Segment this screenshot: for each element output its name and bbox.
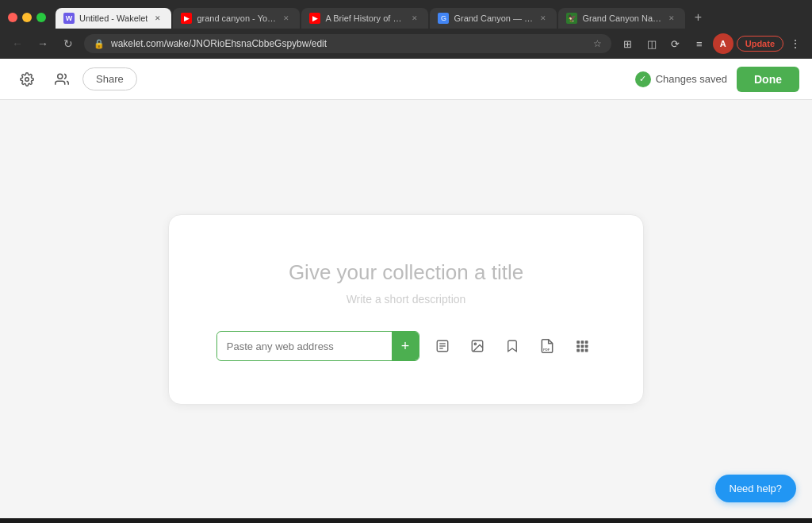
- svg-point-7: [475, 343, 477, 344]
- svg-rect-16: [581, 349, 584, 352]
- collaborator-button[interactable]: [48, 65, 76, 94]
- maximize-window-button[interactable]: [36, 13, 46, 22]
- address-bar: ← → ↻ 🔒 wakelet.com/wake/JNORioEhsnaCbbe…: [0, 29, 812, 59]
- app-toolbar-left: Share: [13, 65, 629, 94]
- tab-google[interactable]: G Grand Canyon — Google A... ✕: [430, 8, 557, 29]
- forward-button[interactable]: →: [33, 34, 52, 53]
- back-button[interactable]: ←: [8, 34, 27, 53]
- svg-rect-10: [581, 340, 584, 344]
- nps-favicon: 🦅: [566, 13, 577, 24]
- tab-youtube2-close[interactable]: ✕: [409, 13, 420, 24]
- image-content-icon: [470, 339, 485, 353]
- url-input[interactable]: [217, 334, 392, 359]
- collection-description-input[interactable]: Write a short description: [347, 293, 466, 306]
- settings-icon[interactable]: ≡: [689, 33, 710, 54]
- tab-wakelet-close[interactable]: ✕: [152, 13, 163, 24]
- browser-menu-button[interactable]: ⋮: [787, 36, 804, 52]
- tab-bar: W Untitled - Wakelet ✕ ▶ grand canyon - …: [56, 6, 804, 29]
- svg-rect-17: [585, 349, 588, 352]
- tab-youtube2-label: A Brief History of Grand C...: [325, 13, 404, 23]
- tab-youtube1[interactable]: ▶ grand canyon - YouTube ✕: [173, 8, 300, 29]
- tab-nps-close[interactable]: ✕: [666, 13, 677, 24]
- google-favicon: G: [438, 13, 449, 24]
- changes-saved-label: Changes saved: [656, 73, 727, 85]
- url-bar[interactable]: 🔒 wakelet.com/wake/JNORioEhsnaCbbeGspybw…: [84, 34, 611, 53]
- tab-nps[interactable]: 🦅 Grand Canyon National Pa... ✕: [558, 8, 685, 29]
- new-tab-button[interactable]: +: [687, 6, 709, 29]
- tab-google-close[interactable]: ✕: [538, 13, 549, 24]
- minimize-window-button[interactable]: [22, 13, 32, 22]
- tab-wakelet[interactable]: W Untitled - Wakelet ✕: [56, 8, 171, 29]
- svg-rect-15: [577, 349, 580, 352]
- svg-rect-13: [581, 345, 584, 348]
- app-toolbar: Share ✓ Changes saved Done: [0, 59, 812, 100]
- add-image-button[interactable]: [464, 333, 491, 360]
- add-text-button[interactable]: [429, 333, 456, 360]
- tab-youtube1-label: grand canyon - YouTube: [197, 13, 276, 23]
- share-button[interactable]: Share: [82, 67, 137, 90]
- grid-content-icon: [575, 339, 589, 353]
- tab-youtube1-close[interactable]: ✕: [281, 13, 292, 24]
- content-type-icons: PDF: [429, 333, 596, 360]
- svg-point-1: [58, 74, 63, 79]
- people-icon: [55, 72, 69, 87]
- svg-text:PDF: PDF: [543, 348, 550, 352]
- svg-rect-9: [577, 340, 580, 344]
- tab-google-label: Grand Canyon — Google A...: [454, 13, 533, 23]
- settings-gear-button[interactable]: [13, 65, 41, 94]
- wakelet-favicon: W: [63, 13, 75, 24]
- browser-toolbar-icons: ⊞ ◫ ⟳ ≡ A Update ⋮: [618, 33, 804, 54]
- done-button[interactable]: Done: [737, 67, 799, 92]
- svg-rect-14: [585, 345, 588, 348]
- user-avatar[interactable]: A: [713, 33, 733, 54]
- url-input-wrapper: +: [216, 331, 420, 361]
- gear-icon: [20, 72, 34, 87]
- layers-icon[interactable]: ◫: [642, 33, 662, 54]
- url-add-button[interactable]: +: [392, 332, 419, 360]
- svg-rect-12: [577, 345, 580, 348]
- text-content-icon: [435, 339, 450, 353]
- close-window-button[interactable]: [8, 13, 17, 22]
- add-more-button[interactable]: [569, 333, 596, 360]
- title-bar: W Untitled - Wakelet ✕ ▶ grand canyon - …: [0, 0, 812, 29]
- pdf-content-icon: PDF: [539, 338, 555, 354]
- app-area: Share ✓ Changes saved Done Give your col…: [0, 59, 812, 518]
- app-toolbar-right: ✓ Changes saved Done: [635, 67, 799, 92]
- update-button[interactable]: Update: [737, 36, 783, 52]
- window-controls: [8, 13, 46, 22]
- youtube1-favicon: ▶: [181, 13, 192, 24]
- check-icon: ✓: [635, 71, 651, 87]
- bookmark-content-icon: [505, 339, 519, 353]
- bookmark-star-icon[interactable]: ☆: [593, 38, 602, 49]
- tab-nps-label: Grand Canyon National Pa...: [582, 13, 661, 23]
- url-text: wakelet.com/wake/JNORioEhsnaCbbeGspybw/e…: [111, 38, 587, 49]
- add-pdf-button[interactable]: PDF: [534, 333, 561, 360]
- add-bookmark-button[interactable]: [499, 333, 526, 360]
- browser-chrome: W Untitled - Wakelet ✕ ▶ grand canyon - …: [0, 0, 812, 59]
- main-content: Give your collection a title Write a sho…: [0, 100, 812, 518]
- svg-rect-11: [585, 340, 588, 344]
- tab-wakelet-label: Untitled - Wakelet: [79, 13, 147, 23]
- add-content-row: +: [216, 331, 596, 361]
- tab-youtube2[interactable]: ▶ A Brief History of Grand C... ✕: [301, 8, 428, 29]
- need-help-button[interactable]: Need help?: [715, 475, 797, 502]
- translate-icon[interactable]: ⟳: [665, 33, 686, 54]
- changes-saved-indicator: ✓ Changes saved: [635, 71, 727, 87]
- refresh-button[interactable]: ↻: [59, 34, 78, 53]
- collection-title-input[interactable]: Give your collection a title: [289, 260, 523, 285]
- youtube2-favicon: ▶: [309, 13, 320, 24]
- svg-point-0: [25, 77, 29, 81]
- extensions-icon[interactable]: ⊞: [618, 33, 638, 54]
- collection-card: Give your collection a title Write a sho…: [168, 214, 644, 405]
- lock-icon: 🔒: [94, 39, 105, 49]
